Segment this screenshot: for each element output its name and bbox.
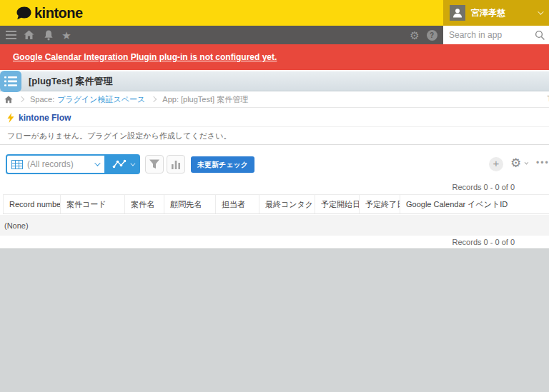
view-selector-group: (All records) [6,154,140,174]
bar-chart-icon [171,160,181,169]
breadcrumb-separator-icon [151,96,157,102]
breadcrumb-home-icon[interactable] [4,96,13,104]
chevron-down-icon [525,161,529,165]
view-settings-button[interactable]: ⚙ [510,156,527,171]
funnel-icon [149,159,160,169]
add-record-button[interactable]: + [489,157,503,171]
gear-icon: ⚙ [510,156,521,171]
line-graph-icon [112,159,127,169]
plugin-warning-link[interactable]: Google Calendar Integration Plugin plug-… [13,52,277,62]
user-name: 宮澤孝慈 [471,7,532,19]
kintone-flow-title[interactable]: kintone Flow [19,113,71,123]
kintone-flow-header: kintone Flow [0,109,549,127]
record-table-header: Record number 案件コード 案件名 顧問先名 担当者 最終コンタクト… [3,194,549,214]
graph-view-button[interactable] [106,154,140,174]
chevron-down-icon [130,161,135,166]
records-count-bottom: Records 0 - 0 of 0 [452,238,515,246]
lightning-bolt-icon [7,113,14,123]
breadcrumb-space-label: Space: [30,95,54,104]
column-header-last-contact-date[interactable]: 最終コンタクト日 [259,195,315,213]
view-selector-dropdown[interactable]: (All records) [6,154,106,174]
unupdated-check-button[interactable]: 未更新チェック [191,156,254,173]
column-header-case-code[interactable]: 案件コード [61,195,125,213]
kintone-logo-text: kintone [34,5,83,21]
view-selector-value: (All records) [27,159,90,169]
help-icon[interactable]: ? [425,26,439,44]
column-header-start-datetime[interactable]: 予定開始日時 [315,195,360,213]
column-header-gcal-event-id[interactable]: Google Calendar イベントID [400,195,549,213]
breadcrumb-app-item: App: [plugTest] 案件管理 [162,94,248,105]
flow-empty-message: フローがありません。プラグイン設定から作成してください。 [0,127,549,145]
column-header-client-name[interactable]: 顧問先名 [164,195,216,213]
app-search [443,26,549,44]
page-background [0,248,549,392]
column-header-case-name[interactable]: 案件名 [125,195,164,213]
kintone-app-screen: kintone 宮澤孝慈 ★ ⚙ ? [0,0,549,392]
more-options-icon[interactable]: •••• [536,158,549,168]
user-menu[interactable]: 宮澤孝慈 [443,0,549,26]
page-title: [plugTest] 案件管理 [29,71,112,91]
home-icon[interactable] [22,26,35,44]
column-header-assignee[interactable]: 担当者 [216,195,259,213]
breadcrumb: Space: プラグイン検証スペース App: [plugTest] 案件管理 … [0,91,549,108]
breadcrumb-space-link[interactable]: プラグイン検証スペース [57,94,145,105]
breadcrumb-separator-icon [19,96,24,102]
help-glyph: ? [427,30,437,41]
search-input[interactable] [443,26,530,44]
records-count-top: Records 0 - 0 of 0 [452,183,515,191]
filter-button[interactable] [145,155,164,174]
hamburger-menu-icon[interactable] [4,26,17,44]
column-header-record-number[interactable]: Record number [3,195,61,213]
table-view-icon [11,160,23,169]
chevron-down-icon [94,160,100,166]
app-icon[interactable] [0,71,21,92]
column-header-end-datetime[interactable]: 予定終了日時 [360,195,400,213]
avatar [450,5,465,21]
global-header: kintone 宮澤孝慈 [0,0,549,26]
empty-records-row: (None) [0,215,549,236]
settings-gear-icon[interactable]: ⚙ [407,26,422,44]
kintone-logo[interactable]: kintone [16,0,83,26]
chart-button[interactable] [167,155,185,174]
favorites-star-icon[interactable]: ★ [60,26,73,44]
search-icon[interactable] [530,26,549,44]
kintone-logo-icon [16,6,31,20]
notifications-bell-icon[interactable] [42,26,55,44]
chevron-down-icon [538,9,543,14]
plugin-warning-banner: Google Calendar Integration Plugin plug-… [0,44,549,70]
